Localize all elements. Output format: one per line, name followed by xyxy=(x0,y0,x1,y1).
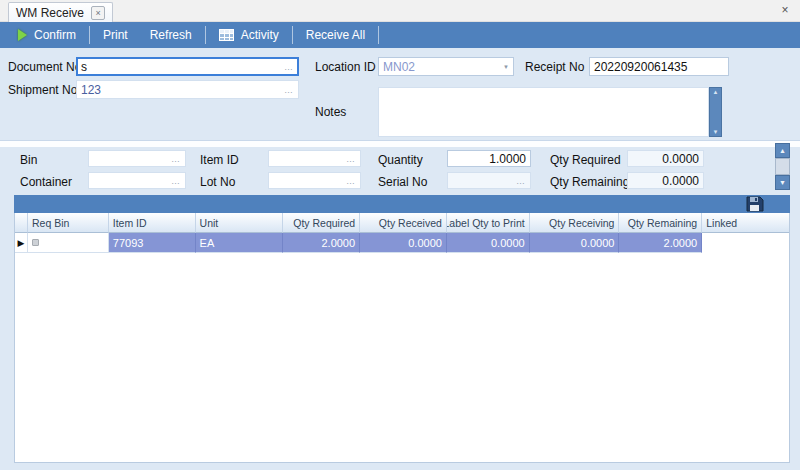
scroll-down-icon[interactable]: ▼ xyxy=(713,128,719,136)
lot-no-label: Lot No xyxy=(200,175,235,189)
grid-table-icon xyxy=(219,29,234,41)
entry-section-divider xyxy=(0,140,800,147)
qty-required-field: 0.0000 xyxy=(627,150,704,167)
row-indicator-header xyxy=(15,213,28,233)
confirm-label: Confirm xyxy=(34,28,76,42)
activity-label: Activity xyxy=(241,28,279,42)
col-header-qty-received[interactable]: Qty Received xyxy=(360,213,447,233)
cell-item-id[interactable]: 77093 xyxy=(109,233,196,253)
toolbar-separator xyxy=(89,26,90,44)
receipt-no-value: 20220920061435 xyxy=(594,60,687,74)
document-no-lookup-icon[interactable]: … xyxy=(281,62,294,72)
chevron-down-icon[interactable]: ▼ xyxy=(503,64,509,70)
document-no-label: Document No xyxy=(8,60,81,74)
serial-no-field[interactable]: … xyxy=(447,172,531,189)
receipt-no-label: Receipt No xyxy=(525,60,584,74)
scroll-down-icon[interactable]: ▼ xyxy=(775,175,790,190)
qty-required-label: Qty Required xyxy=(550,153,621,167)
grid-toolbar xyxy=(14,195,790,213)
receive-all-button[interactable]: Receive All xyxy=(295,22,376,48)
scrollbar-thumb[interactable] xyxy=(775,158,790,175)
shipment-no-lookup-icon[interactable]: … xyxy=(281,85,294,95)
item-id-lookup-icon[interactable]: … xyxy=(343,154,356,164)
location-id-select[interactable]: MN02 ▼ xyxy=(378,57,514,76)
col-header-unit[interactable]: Unit xyxy=(196,213,284,233)
lot-no-lookup-icon[interactable]: … xyxy=(343,176,356,186)
col-header-qty-remaining[interactable]: Qty Remaining xyxy=(619,213,702,233)
qty-required-value: 0.0000 xyxy=(662,152,699,166)
container-field[interactable]: … xyxy=(88,172,186,189)
main-toolbar: Confirm Print Refresh Activity Receive A… xyxy=(0,22,800,48)
scroll-up-icon[interactable]: ▲ xyxy=(775,143,790,158)
bottom-margin xyxy=(0,463,800,470)
receive-all-label: Receive All xyxy=(306,28,365,42)
grid-header-row: Req Bin Item ID Unit Qty Required Qty Re… xyxy=(15,213,789,233)
row-indicator-icon: ▶ xyxy=(15,233,28,253)
shipment-no-field[interactable]: 123 … xyxy=(76,80,299,99)
floppy-disk-icon xyxy=(746,196,764,212)
col-header-linked[interactable]: Linked xyxy=(702,213,789,233)
window-close-icon[interactable]: × xyxy=(778,3,792,17)
shipment-no-value: 123 xyxy=(81,83,101,97)
toolbar-separator xyxy=(205,26,206,44)
entry-scrollbar[interactable]: ▲ ▼ xyxy=(775,143,790,190)
activity-button[interactable]: Activity xyxy=(208,22,290,48)
bin-field[interactable]: … xyxy=(88,150,186,167)
tab-wm-receive[interactable]: WM Receive × xyxy=(8,2,113,22)
table-row[interactable]: ▶ 77093 EA 2.0000 0.0000 0.0000 0.0000 2… xyxy=(15,233,789,253)
bin-lookup-icon[interactable]: … xyxy=(168,154,181,164)
quantity-label: Quantity xyxy=(378,153,423,167)
shipment-no-label: Shipment No xyxy=(8,83,77,97)
item-id-field[interactable]: … xyxy=(268,150,361,167)
req-bin-lookup-icon[interactable] xyxy=(32,239,39,246)
quantity-value: 1.0000 xyxy=(489,152,526,166)
save-button[interactable] xyxy=(746,196,764,212)
lot-no-field[interactable]: … xyxy=(268,172,361,189)
cell-qty-receiving[interactable]: 0.0000 xyxy=(530,233,620,253)
refresh-button[interactable]: Refresh xyxy=(139,22,203,48)
location-id-label: Location ID xyxy=(315,60,376,74)
print-button[interactable]: Print xyxy=(92,22,139,48)
refresh-label: Refresh xyxy=(150,28,192,42)
notes-scrollbar[interactable]: ▲ ▼ xyxy=(709,87,722,137)
container-lookup-icon[interactable]: … xyxy=(168,176,181,186)
print-label: Print xyxy=(103,28,128,42)
notes-label: Notes xyxy=(315,105,346,119)
cell-req-bin[interactable] xyxy=(28,233,109,253)
cell-linked[interactable] xyxy=(702,233,789,253)
col-header-label-qty-to-print[interactable]: Label Qty to Print xyxy=(447,213,530,233)
cell-label-qty-to-print[interactable]: 0.0000 xyxy=(447,233,530,253)
quantity-field[interactable]: 1.0000 xyxy=(447,150,531,167)
qty-remaining-label: Qty Remaining xyxy=(550,175,629,189)
notes-input[interactable] xyxy=(378,87,709,137)
col-header-req-bin[interactable]: Req Bin xyxy=(28,213,109,233)
cell-qty-required[interactable]: 2.0000 xyxy=(283,233,360,253)
toolbar-separator xyxy=(292,26,293,44)
cell-qty-received[interactable]: 0.0000 xyxy=(360,233,447,253)
location-id-value: MN02 xyxy=(383,60,415,74)
serial-no-lookup-icon[interactable]: … xyxy=(513,176,526,186)
document-no-value: s xyxy=(81,60,87,74)
col-header-qty-receiving[interactable]: Qty Receiving xyxy=(530,213,620,233)
col-header-item-id[interactable]: Item ID xyxy=(109,213,196,233)
play-icon xyxy=(18,29,27,41)
tab-close-icon[interactable]: × xyxy=(91,6,105,20)
cell-unit[interactable]: EA xyxy=(196,233,284,253)
document-no-field[interactable]: s … xyxy=(76,57,299,76)
container-label: Container xyxy=(20,175,72,189)
qty-remaining-value: 0.0000 xyxy=(662,174,699,188)
item-id-label: Item ID xyxy=(200,153,239,167)
col-header-qty-required[interactable]: Qty Required xyxy=(283,213,360,233)
tab-title: WM Receive xyxy=(16,6,84,20)
qty-remaining-field: 0.0000 xyxy=(627,172,704,189)
receipt-no-field[interactable]: 20220920061435 xyxy=(589,57,729,76)
scroll-up-icon[interactable]: ▲ xyxy=(713,88,719,96)
serial-no-label: Serial No xyxy=(378,175,427,189)
tab-strip: WM Receive × × xyxy=(0,0,800,22)
confirm-button[interactable]: Confirm xyxy=(7,22,87,48)
receive-lines-grid: Req Bin Item ID Unit Qty Required Qty Re… xyxy=(14,213,790,463)
cell-qty-remaining[interactable]: 2.0000 xyxy=(619,233,702,253)
toolbar-separator xyxy=(378,26,379,44)
bin-label: Bin xyxy=(20,153,37,167)
